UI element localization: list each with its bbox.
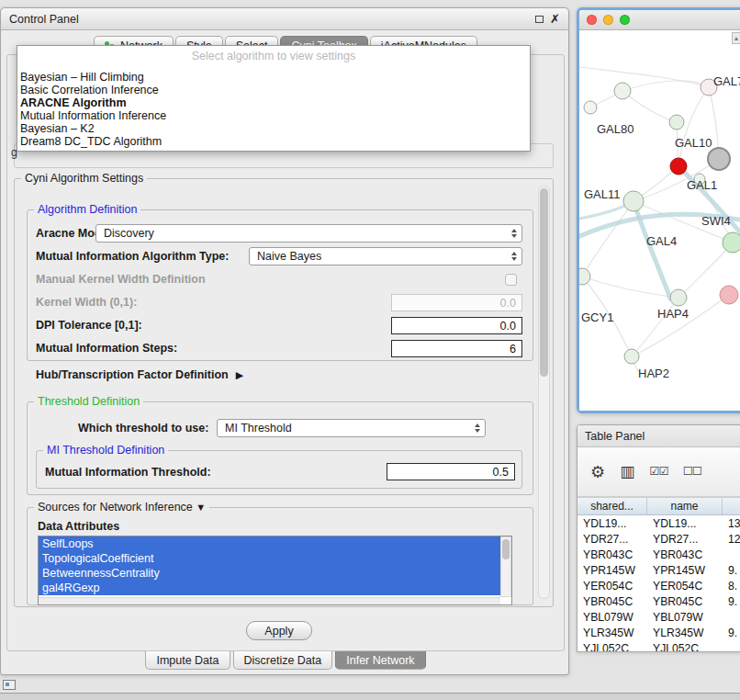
network-edge bbox=[622, 91, 677, 122]
float-window-icon[interactable] bbox=[535, 16, 544, 23]
column-header-name[interactable]: name bbox=[647, 498, 723, 514]
dpi-tolerance-label: DPI Tolerance [0,1]: bbox=[36, 319, 142, 332]
network-edge bbox=[579, 67, 709, 87]
table-row[interactable]: YER054CYER054C8. bbox=[577, 578, 740, 593]
column-header-2[interactable] bbox=[723, 498, 740, 514]
network-node[interactable] bbox=[720, 286, 738, 304]
deselect-rows-icon[interactable]: ☐☐ bbox=[683, 466, 701, 478]
table-cell: YPR145W bbox=[647, 564, 723, 577]
network-node[interactable] bbox=[708, 148, 730, 170]
dpi-tolerance-input[interactable] bbox=[391, 317, 522, 334]
attributes-scrollbar-thumb[interactable] bbox=[502, 539, 510, 559]
hub-factor-label: Hub/Transcription Factor Definition bbox=[36, 368, 229, 381]
hub-factor-expander[interactable]: Hub/Transcription Factor Definition ▶ bbox=[36, 368, 243, 381]
table-cell: 9. bbox=[723, 564, 740, 577]
settings-scrollbar-thumb[interactable] bbox=[540, 188, 548, 377]
restore-panel-icon[interactable] bbox=[3, 680, 16, 690]
data-attributes-list[interactable]: SelfLoopsTopologicalCoefficientBetweenne… bbox=[38, 536, 512, 605]
tab-label: Impute Data bbox=[156, 654, 219, 667]
network-node[interactable] bbox=[623, 191, 644, 211]
chevron-updown-icon bbox=[475, 423, 480, 433]
mi-algorithm-type-select[interactable]: Naive Bayes bbox=[249, 247, 522, 265]
table-row[interactable]: YPR145WYPR145W9. bbox=[577, 562, 740, 578]
table-row[interactable]: YBR043CYBR043C bbox=[577, 547, 740, 562]
tab-infer-network[interactable]: Infer Network bbox=[335, 651, 425, 670]
window-minimize-button[interactable] bbox=[603, 15, 613, 25]
table-cell: YLR345W bbox=[577, 627, 647, 639]
network-node[interactable] bbox=[723, 232, 740, 253]
network-node[interactable] bbox=[670, 289, 687, 306]
settings-vertical-scrollbar[interactable] bbox=[538, 186, 550, 599]
column-header-shared[interactable]: shared... bbox=[577, 498, 647, 514]
attribute-item-gal4rgexp[interactable]: gal4RGexp bbox=[39, 581, 500, 595]
sources-expander[interactable]: Sources for Network Inference ▼ bbox=[34, 501, 209, 514]
select-rows-icon[interactable]: ☑☑ bbox=[649, 466, 667, 478]
node-label-gal11: GAL11 bbox=[584, 187, 621, 201]
node-label-swi4: SWI4 bbox=[701, 214, 731, 228]
network-canvas[interactable]: GAL7GAL80GAL10GAL11GAL1SWI4GAL4GCY1HAP4H… bbox=[579, 30, 740, 411]
tab-label: Discretize Data bbox=[244, 654, 322, 667]
column-visibility-icon[interactable]: ▥ bbox=[620, 464, 634, 480]
algorithm-option-bayesian-hill-climbing[interactable]: Bayesian – Hill Climbing bbox=[17, 71, 530, 84]
algorithm-option-dream8-dc-tdc-algorithm[interactable]: Dream8 DC_TDC Algorithm bbox=[17, 135, 530, 148]
algorithm-dropdown-popup: Select algorithm to view settings Bayesi… bbox=[17, 45, 531, 152]
which-threshold-value: MI Threshold bbox=[225, 422, 292, 435]
expander-down-icon: ▼ bbox=[196, 502, 206, 513]
network-edge bbox=[622, 81, 709, 91]
close-icon[interactable]: ✗ bbox=[550, 10, 560, 28]
table-cell: YJL052C bbox=[577, 642, 647, 652]
algorithm-option-aracne-algorithm[interactable]: ARACNE Algorithm bbox=[17, 96, 530, 109]
node-label-hap2: HAP2 bbox=[638, 367, 669, 380]
app-background: Control Panel ✗ NetworkStyleSelectCyni T… bbox=[0, 0, 740, 700]
settings-icon[interactable]: ⚙ bbox=[590, 464, 605, 480]
table-toolbar: ⚙▥☑☑☐☐ bbox=[577, 447, 740, 497]
network-node[interactable] bbox=[614, 83, 631, 99]
tab-discretize-data[interactable]: Discretize Data bbox=[233, 651, 333, 670]
attribute-item-selfloops[interactable]: SelfLoops bbox=[39, 536, 500, 551]
table-cell: YBR045C bbox=[647, 595, 723, 608]
table-row[interactable]: YJL052CYJL052C bbox=[577, 640, 740, 651]
algorithm-option-mutual-information-inference[interactable]: Mutual Information Inference bbox=[17, 109, 530, 122]
aracne-mode-select[interactable]: Discovery bbox=[95, 224, 522, 243]
table-cell: 12 bbox=[723, 533, 740, 546]
network-node[interactable] bbox=[669, 115, 684, 130]
node-label-gal10: GAL10 bbox=[675, 136, 712, 150]
attribute-item-betweennesscentrality[interactable]: BetweennessCentrality bbox=[39, 566, 500, 581]
control-panel-titlebar: Control Panel ✗ bbox=[1, 8, 568, 30]
table-cell: 8. bbox=[723, 580, 740, 593]
network-window-titlebar bbox=[579, 10, 740, 30]
table-cell: YDL19... bbox=[647, 517, 723, 530]
network-scrollbar-arrow[interactable]: ▲ bbox=[732, 32, 740, 44]
table-cell: YDR27... bbox=[647, 533, 723, 546]
window-zoom-button[interactable] bbox=[620, 15, 630, 25]
threshold-definition-title: Threshold Definition bbox=[34, 395, 143, 408]
mi-threshold-input[interactable] bbox=[387, 463, 515, 480]
network-node[interactable] bbox=[624, 349, 639, 364]
which-threshold-select[interactable]: MI Threshold bbox=[217, 419, 486, 437]
table-row[interactable]: YDR27...YDR27...12 bbox=[577, 531, 740, 547]
algorithm-option-basic-correlation-inference[interactable]: Basic Correlation Inference bbox=[17, 84, 530, 96]
table-cell: 9. bbox=[723, 595, 740, 608]
network-node[interactable] bbox=[670, 158, 687, 175]
algorithm-option-list: Bayesian – Hill ClimbingBasic Correlatio… bbox=[17, 71, 530, 148]
table-row[interactable]: YBL079WYBL079W bbox=[577, 609, 740, 625]
table-row[interactable]: YLR345WYLR345W9. bbox=[577, 625, 740, 640]
table-row[interactable]: YDL19...YDL19...13 bbox=[577, 515, 740, 531]
algorithm-option-bayesian-k2[interactable]: Bayesian – K2 bbox=[17, 122, 530, 135]
tab-impute-data[interactable]: Impute Data bbox=[145, 651, 230, 670]
apply-button[interactable]: Apply bbox=[246, 621, 312, 640]
network-node[interactable] bbox=[579, 268, 590, 285]
attribute-item-topologicalcoefficient[interactable]: TopologicalCoefficient bbox=[39, 551, 500, 566]
mi-threshold-group-title: MI Threshold Definition bbox=[43, 444, 168, 457]
mi-algorithm-type-label: Mutual Information Algorithm Type: bbox=[36, 250, 229, 263]
attributes-vertical-scrollbar[interactable] bbox=[500, 536, 511, 597]
table-row[interactable]: YBR045CYBR045C9. bbox=[577, 593, 740, 609]
chevron-updown-icon bbox=[511, 229, 517, 238]
network-view-window: GAL7GAL80GAL10GAL11GAL1SWI4GAL4GCY1HAP4H… bbox=[577, 7, 740, 413]
window-close-button[interactable] bbox=[587, 15, 597, 25]
table-cell: YLR345W bbox=[647, 627, 723, 639]
attributes-horizontal-scrollbar[interactable] bbox=[39, 597, 500, 604]
network-node[interactable] bbox=[584, 101, 597, 114]
mi-steps-input[interactable] bbox=[391, 340, 522, 357]
cyni-algorithm-settings-title: Cyni Algorithm Settings bbox=[21, 172, 147, 185]
